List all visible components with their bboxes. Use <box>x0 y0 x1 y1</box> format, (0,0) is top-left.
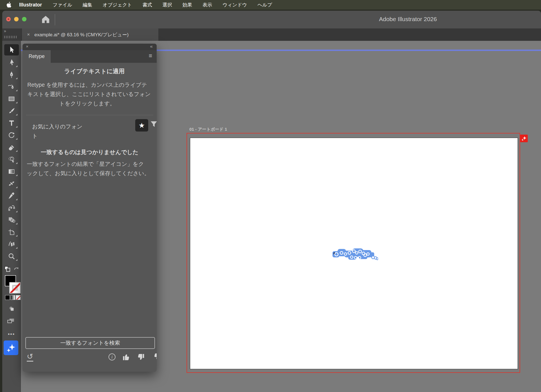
info-icon[interactable]: i <box>108 353 116 360</box>
menu-item-help[interactable]: ヘルプ <box>258 2 272 8</box>
document-tab[interactable]: × example.ai* @ 63.16 % (CMYK/プレビュー) <box>22 28 158 41</box>
retype-tab-row: Retype ≡ <box>23 50 157 63</box>
home-icon[interactable] <box>41 15 50 24</box>
window-close-button[interactable] <box>6 17 11 21</box>
sparkle-icon <box>6 343 16 353</box>
apple-icon[interactable] <box>6 2 12 8</box>
retype-tab[interactable]: Retype <box>23 50 51 63</box>
default-fill-stroke-icon[interactable] <box>4 266 11 272</box>
instructions-line-1: Retype を使用するには、カンバス上のライブテ <box>27 81 147 89</box>
retype-panel: × « Retype ≡ ライブテキストに適用 Retype を使用するには、カ… <box>23 44 157 372</box>
menu-item-effect[interactable]: 効果 <box>183 2 192 8</box>
artboard-label[interactable]: 01 - アートボード 1 <box>189 127 227 132</box>
reset-icon[interactable]: ↺ <box>27 352 33 362</box>
star-icon: ★ <box>139 121 145 130</box>
stroke-color-swatch[interactable] <box>9 282 21 293</box>
tab-bar: » × example.ai* @ 63.16 % (CMYK/プレビュー) <box>2 28 541 41</box>
search-matching-fonts-button[interactable]: 一致するフォントを検索 <box>25 337 155 349</box>
sparkle-icon <box>521 135 527 141</box>
menu-item-view[interactable]: 表示 <box>203 2 212 8</box>
generative-ai-button[interactable] <box>4 340 18 355</box>
color-mode-bar <box>5 295 21 300</box>
menu-bar: Illustrator ファイル 編集 オブジェクト 書式 選択 効果 表示 ウ… <box>0 0 541 10</box>
favorites-star-button[interactable]: ★ <box>135 119 148 132</box>
favorite-fonts-label: お気に入りのフォント <box>32 122 87 141</box>
menu-item-edit[interactable]: 編集 <box>83 2 92 8</box>
title-bar: Adobe Illustrator 2026 <box>2 11 541 29</box>
panel-divider <box>26 115 153 115</box>
document-tab-label: example.ai* @ 63.16 % (CMYK/プレビュー) <box>34 32 128 38</box>
window-title: Adobe Illustrator 2026 <box>379 16 437 23</box>
toolbar-expand-icon[interactable]: » <box>4 29 6 33</box>
gradient-button[interactable] <box>10 295 15 300</box>
document-tab-close-icon[interactable]: × <box>27 32 30 37</box>
toolbar: ••• <box>2 41 21 392</box>
drawing-mode-icon[interactable] <box>8 306 15 312</box>
titlebar-separator <box>55 14 55 25</box>
retype-panel-header[interactable]: × « <box>23 44 157 50</box>
instructions-line-2: キストを選択し、ここにリストされているフォン <box>27 90 151 98</box>
color-button[interactable] <box>5 295 10 300</box>
no-match-heading: 一致するものは見つかりませんでした <box>23 148 157 156</box>
panel-collapse-icon[interactable]: « <box>150 44 153 49</box>
none-button[interactable] <box>16 295 21 300</box>
swap-fill-stroke-icon[interactable] <box>14 266 20 272</box>
thumbs-up-icon[interactable] <box>122 352 131 361</box>
menu-item-type[interactable]: 書式 <box>143 2 152 8</box>
selected-text-object[interactable] <box>332 247 378 261</box>
clipped-feedback-icon[interactable] <box>153 352 157 361</box>
menu-item-file[interactable]: ファイル <box>53 2 72 8</box>
none-slash <box>10 282 21 293</box>
artboard-pin-button[interactable] <box>520 135 528 142</box>
menu-item-select[interactable]: 選択 <box>163 2 172 8</box>
screen-mode-icon[interactable] <box>7 317 15 325</box>
no-match-line-2: ックして、お気に入りとして保存してください。 <box>27 170 150 177</box>
toolbar-grip-handle[interactable] <box>4 36 17 38</box>
thumbs-down-icon[interactable] <box>136 353 145 362</box>
panel-close-icon[interactable]: × <box>26 44 28 49</box>
no-match-line-1: 一致するフォントの結果で「星アイコン」をク <box>27 160 144 168</box>
window-minimize-button[interactable] <box>14 17 19 21</box>
color-controls: ••• <box>2 41 21 392</box>
filter-icon[interactable] <box>150 120 157 129</box>
menu-item-window[interactable]: ウィンドウ <box>223 2 247 8</box>
screen: Illustrator ファイル 編集 オブジェクト 書式 選択 効果 表示 ウ… <box>0 0 541 392</box>
apply-live-text-heading: ライブテキストに適用 <box>64 67 125 75</box>
menu-app-name[interactable]: Illustrator <box>19 2 42 8</box>
window-zoom-button[interactable] <box>22 17 26 21</box>
edit-toolbar-button[interactable]: ••• <box>2 331 21 337</box>
menu-item-object[interactable]: オブジェクト <box>103 2 132 8</box>
instructions-line-3: トをクリックします。 <box>59 100 115 107</box>
toolbar-dock-header: » <box>2 28 21 41</box>
panel-menu-icon[interactable]: ≡ <box>149 52 152 59</box>
